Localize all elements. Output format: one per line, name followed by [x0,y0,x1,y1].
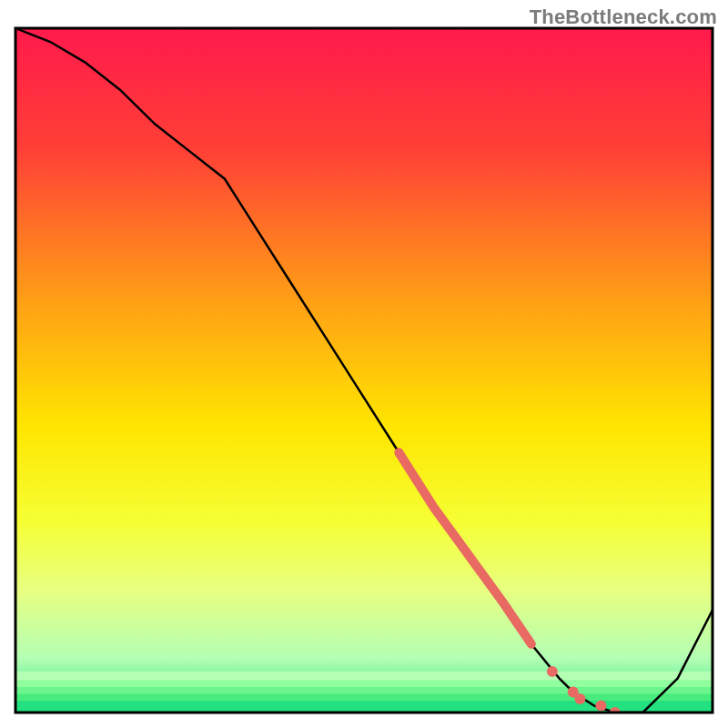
svg-rect-3 [15,687,713,694]
svg-point-6 [547,666,558,677]
bottleneck-chart [0,0,728,728]
chart-container: TheBottleneck.com [0,0,728,728]
bottom-bands [15,672,713,713]
gradient-background [15,28,713,713]
watermark: TheBottleneck.com [530,5,717,29]
svg-rect-1 [15,672,713,681]
svg-rect-2 [15,681,713,688]
svg-point-9 [595,700,606,711]
svg-rect-4 [15,694,713,702]
svg-point-8 [574,693,585,704]
